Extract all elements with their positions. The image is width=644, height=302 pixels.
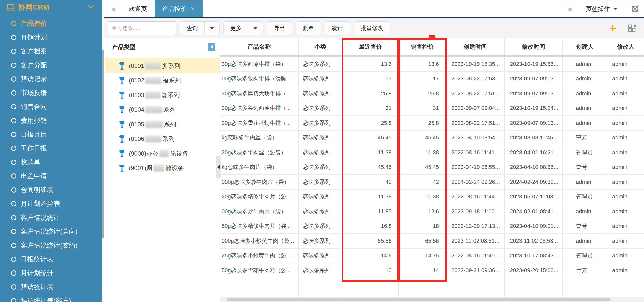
tree-item-0[interactable]: (0101多系列	[105, 58, 220, 73]
table-row[interactable]: 00g恋味多炒牛肉片（袋）恋味多系列11.8512.62023-09-18 11…	[220, 204, 644, 219]
sidebar-item-17[interactable]: 日报统计表	[0, 252, 102, 266]
sidebar-item-4[interactable]: 拜访记录	[0, 72, 102, 86]
splitter-collapse-handle[interactable]	[216, 156, 221, 178]
column-header-control-price[interactable]: 销售控价	[398, 38, 446, 55]
censored-blur-patch	[153, 165, 164, 172]
sidebar-item-15[interactable]: 客户情况统计(意向)	[0, 225, 102, 238]
tree-item-prefix: (0106	[129, 135, 144, 142]
column-header-modifier[interactable]: 修改人	[607, 38, 644, 55]
sidebar-item-6[interactable]: 销售合同	[0, 100, 102, 114]
sidebar-item-5[interactable]: 市场反馈	[0, 86, 102, 100]
caret-down-icon	[613, 8, 618, 10]
cell-control-price: 25.8	[398, 86, 446, 101]
table-row[interactable]: 20g恋味多牛肉丝（袋装）恋味多系列11.3811.382022-08-16 1…	[220, 145, 644, 160]
sidebar-item-9[interactable]: 工作日报	[0, 141, 102, 155]
column-header-product-name[interactable]: 产品名称	[220, 38, 298, 55]
table-row[interactable]: 30g恋味多西冷牛排（袋）恋味多系列13.613.62023-10-19 15:…	[220, 57, 644, 72]
table-row[interactable]: 50g恋味多雪花牛肉粒（袋...恋味多系列13142022-09-21 09:3…	[220, 263, 644, 278]
column-header-modify-time[interactable]: 修改时间	[504, 38, 562, 55]
table-row[interactable]: 000g恋味多小炒黄牛肉（袋...恋味多系列65.5665.562023-11-…	[220, 234, 644, 249]
censored-blur-patch	[145, 135, 161, 142]
tree-item-1[interactable]: (0102福系列	[105, 73, 220, 88]
toolbar-button-3[interactable]: 删单	[296, 21, 321, 35]
sidebar-item-14[interactable]: 客户情况统计	[0, 211, 102, 225]
table-row[interactable]: 00g恋味多眼肉牛排（浸腌...恋味多系列17172023-08-22 17:5…	[220, 72, 644, 86]
sidebar-item-11[interactable]: 出差申请	[0, 169, 102, 183]
sidebar-item-8[interactable]: 日报月历	[0, 128, 102, 141]
sidebar-item-16[interactable]: 客户情况统计(签约)	[0, 238, 102, 252]
panel-collapse-button[interactable]	[208, 43, 215, 51]
table-row[interactable]: kg恋味多牛肉丝（袋）恋味多系列45.4545.452023-04-10 08:…	[220, 131, 644, 145]
tab-active-1[interactable]: 产品控价✕	[155, 0, 203, 17]
cell-creator: admin	[562, 116, 607, 130]
tree-item-5[interactable]: (0106系列	[105, 132, 220, 146]
tab-operations-menu[interactable]: 页签操作	[577, 0, 626, 17]
cell-create-time: 2023-04-10 08:54...	[446, 131, 504, 145]
censored-blur-patch	[145, 121, 163, 128]
tree-item-suffix: 系列	[163, 106, 175, 114]
tab-bar: « 欢迎页产品控价✕ » 页签操作	[104, 0, 644, 18]
sidebar-item-19[interactable]: 拜访统计表	[0, 280, 102, 294]
sidebar-item-1[interactable]: 月销计划	[0, 31, 102, 44]
sidebar-item-12[interactable]: 合同明细表	[0, 183, 102, 197]
sidebar-item-18[interactable]: 月计划统计	[0, 266, 102, 280]
tree-item-suffix: 烧系列	[161, 91, 180, 99]
sidebar-item-label: 收款单	[21, 158, 40, 167]
toolbar-button-2[interactable]: 导出	[267, 21, 292, 35]
horizontal-scrollbar-track	[220, 297, 644, 302]
toolbar-button-0[interactable]: 查询	[180, 21, 220, 35]
sidebar-item-0[interactable]: 产品控价	[0, 17, 102, 31]
tabs-scroll-right-button[interactable]: »	[563, 0, 577, 17]
sidebar-item-13[interactable]: 月计划差异表	[0, 197, 102, 211]
cell-product-name: kg恋味多牛肉丝（袋）	[220, 131, 298, 145]
caret-down-icon[interactable]	[253, 27, 258, 30]
cell-creator: 曹芳	[562, 131, 607, 145]
column-header-subcategory[interactable]: 小类	[298, 38, 342, 55]
app-title-bar: 协同CRM	[0, 0, 102, 15]
chevron-down-icon[interactable]	[88, 5, 94, 9]
table-row[interactable]: kg恋味多牛肉片（袋）恋味多系列45.4545.452023-04-10 08:…	[220, 160, 644, 175]
close-icon[interactable]: ✕	[191, 6, 195, 12]
cell-empty	[298, 278, 342, 281]
sidebar-item-20[interactable]: 拜访统计表(客户)	[0, 294, 102, 302]
sidebar-item-label: 日报月历	[21, 130, 47, 139]
toolbar-button-4[interactable]: 统计	[325, 21, 350, 35]
caret-down-icon[interactable]	[210, 27, 215, 30]
search-input[interactable]	[108, 21, 176, 35]
fullscreen-toggle-button[interactable]	[626, 0, 644, 17]
table-row[interactable]: 20g恋味多精修牛肉片（袋...恋味多系列11.3811.382022-08-1…	[220, 190, 644, 204]
cell-modify-time: 2023-10-19 15:56...	[504, 57, 562, 71]
sidebar-item-label: 出差申请	[21, 172, 47, 180]
sidebar-item-label: 月销计划	[21, 33, 47, 42]
tree-item-3[interactable]: (0104系列	[105, 102, 220, 117]
sidebar-item-3[interactable]: 客户分配	[0, 58, 102, 72]
tree-item-6[interactable]: (9000)办公施设备	[105, 146, 220, 161]
table-row[interactable]: 30g恋味多谷饲西冷牛排（...恋味多系列31312023-09-07 09:0…	[220, 101, 644, 116]
column-header-recent-price[interactable]: 最近售价	[342, 38, 398, 55]
sidebar-item-2[interactable]: 客户档案	[0, 44, 102, 58]
tree-item-4[interactable]: (0105系列	[105, 117, 220, 132]
tree-item-2[interactable]: (0103烧系列	[105, 88, 220, 102]
horizontal-scrollbar-thumb[interactable]	[227, 298, 610, 301]
table-row[interactable]: 50g恋味多精修牛肉片（袋...恋味多系列16.8182022-12-29 17…	[220, 219, 644, 234]
cell-control-price: 13.6	[398, 57, 446, 71]
sidebar-scrollbar-thumb[interactable]	[102, 50, 104, 238]
toolbar-button-1[interactable]: 更多	[223, 21, 263, 35]
tabs-scroll-left-button[interactable]: «	[107, 0, 121, 17]
cell-creator: admin	[562, 101, 607, 116]
circle-icon	[11, 284, 16, 290]
tab-0[interactable]: 欢迎页	[121, 0, 155, 17]
layout-grid-button[interactable]	[628, 24, 636, 32]
table-row[interactable]: 30g恋味多雪花牡蛎牛排（...恋味多系列25.825.82023-08-22 …	[220, 116, 644, 131]
column-header-create-time[interactable]: 创建时间	[446, 38, 504, 55]
toolbar-button-5[interactable]: 批量修改	[354, 21, 390, 35]
sidebar-item-10[interactable]: 收款单	[0, 155, 102, 169]
table-row[interactable]: 000g恋味多炒牛肉片（袋）恋味多系列42422024-02-24 09:26.…	[220, 175, 644, 190]
cell-recent-price: 13	[342, 263, 398, 278]
table-row[interactable]: 30g恋味多厚切大块牛排（...恋味多系列25.825.82023-08-22 …	[220, 86, 644, 101]
column-header-creator[interactable]: 创建人	[562, 38, 607, 55]
tree-item-7[interactable]: (9001)厨施设备	[105, 161, 220, 175]
sidebar-item-7[interactable]: 费用报销	[0, 114, 102, 128]
add-record-button[interactable]: +	[609, 23, 616, 33]
table-row[interactable]: 25g恋味多小炒黄牛肉（袋...恋味多系列14.614.752022-08-16…	[220, 249, 644, 263]
